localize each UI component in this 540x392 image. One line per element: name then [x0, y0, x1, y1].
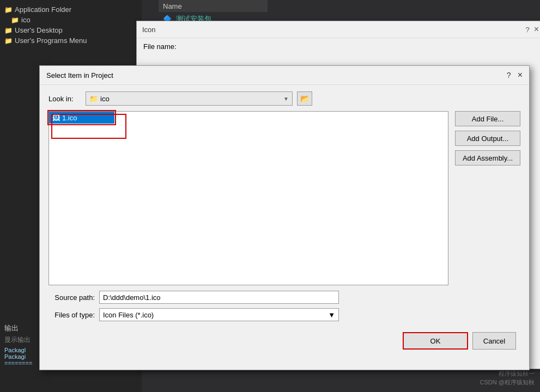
files-type-label: Files of type:: [48, 311, 95, 319]
files-type-dropdown[interactable]: Icon Files (*.ico) ▼: [99, 308, 339, 321]
source-path-label-text: Source path:: [54, 293, 95, 302]
look-in-row: Look in: 📁 ico ▼ 📂: [48, 91, 520, 106]
look-in-label: Look in:: [48, 95, 81, 103]
tree-item-label: User's Programs Menu: [15, 36, 87, 45]
select-item-dialog: Select Item in Project ? × Look in: 📁 ic…: [39, 65, 530, 370]
watermark-line1: 程序猿知秋一: [480, 370, 535, 378]
folder-icon: 📁: [4, 37, 13, 45]
source-path-row: Source path:: [48, 291, 520, 304]
look-in-text: ico: [100, 95, 110, 103]
file-list-area[interactable]: 🖼 1.ico: [48, 111, 448, 285]
dropdown-arrow-icon: ▼: [283, 96, 289, 102]
select-dialog-titlebar: Select Item in Project ? ×: [40, 66, 529, 85]
look-in-value: 📁 ico: [89, 95, 110, 103]
watermark: 程序猿知秋一 CSDN @程序猿知秋: [480, 370, 535, 387]
tree-item-label: ico: [21, 16, 31, 24]
folder-icon: 📁: [89, 95, 98, 103]
icon-dialog-title: Icon: [142, 26, 156, 34]
ok-button[interactable]: OK: [403, 332, 468, 350]
file-item-label: 1.ico: [62, 114, 77, 122]
cancel-button[interactable]: Cancel: [472, 332, 516, 350]
file-icon: 🖼: [52, 113, 60, 122]
add-file-button[interactable]: Add File...: [455, 111, 520, 126]
folder-icon: 📁: [4, 27, 13, 34]
right-buttons: Add File... Add Output... Add Assembly..…: [455, 111, 520, 285]
type-dropdown-arrow-icon: ▼: [328, 311, 335, 319]
source-path-label: Source path:: [48, 293, 95, 302]
files-type-value: Icon Files (*.ico): [103, 311, 154, 319]
tree-item-user-desktop[interactable]: 📁 User's Desktop: [0, 25, 142, 35]
folder-icon: 📁: [4, 6, 13, 14]
tree-item-ico[interactable]: 📁 ico: [0, 15, 142, 25]
ok-cancel-row: OK Cancel: [48, 332, 520, 350]
tree-item-application-folder[interactable]: 📁 Application Folder: [0, 4, 142, 15]
source-path-input[interactable]: [99, 291, 339, 304]
files-type-row: Files of type: Icon Files (*.ico) ▼: [48, 308, 520, 321]
browse-folder-button[interactable]: 📂: [297, 91, 312, 106]
icon-dialog-help-button[interactable]: ?: [525, 26, 529, 34]
folder-icon: 📁: [11, 16, 19, 24]
look-in-dropdown[interactable]: 📁 ico ▼: [86, 91, 293, 106]
tree-item-label: User's Desktop: [15, 26, 63, 34]
file-browser-container: 🖼 1.ico Add File... Add Output... Add As…: [48, 111, 520, 285]
select-dialog-title: Select Item in Project: [46, 71, 113, 79]
add-output-button[interactable]: Add Output...: [455, 131, 520, 146]
watermark-line2: CSDN @程序猿知秋: [480, 378, 535, 387]
select-dialog-body: Look in: 📁 ico ▼ 📂 🖼 1.ico: [40, 85, 529, 356]
tree-item-label: Application Folder: [15, 5, 71, 14]
icon-dialog-filename-label: File name:: [137, 38, 540, 55]
tree-item-user-programs-menu[interactable]: 📁 User's Programs Menu: [0, 35, 142, 46]
icon-dialog-controls: ? ×: [525, 24, 539, 34]
help-button[interactable]: ?: [507, 71, 511, 79]
title-controls: ? ×: [507, 70, 523, 80]
add-assembly-button[interactable]: Add Assembly...: [455, 150, 520, 166]
icon-dialog-close-button[interactable]: ×: [534, 24, 539, 34]
close-button[interactable]: ×: [518, 70, 523, 80]
file-item-1ico[interactable]: 🖼 1.ico: [49, 112, 114, 124]
name-column-header: Name: [159, 0, 268, 13]
folder-open-icon: 📂: [300, 94, 310, 103]
icon-dialog-titlebar: Icon ? ×: [137, 21, 540, 38]
